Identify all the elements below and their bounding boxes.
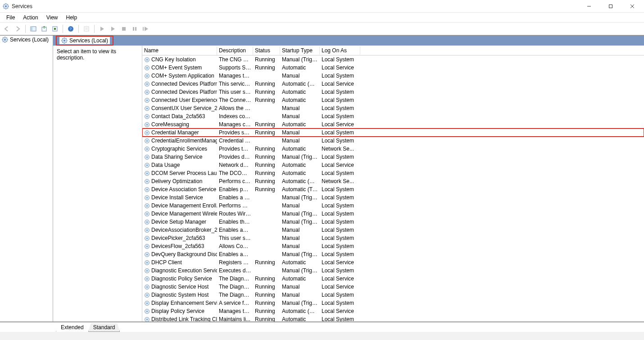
cell-startup: Automatic	[280, 121, 320, 128]
forward-button[interactable]	[13, 24, 23, 34]
tree-root-node[interactable]: Services (Local)	[0, 36, 53, 44]
service-row[interactable]: DevicesFlow_2cfa563Allows Conn...ManualL…	[142, 242, 644, 250]
service-row[interactable]: CoreMessagingManages co...RunningAutomat…	[142, 120, 644, 129]
service-icon	[144, 187, 150, 193]
menu-action[interactable]: Action	[19, 14, 41, 22]
cell-logon: Local System	[320, 138, 360, 144]
help-button[interactable]: ?	[66, 24, 76, 34]
service-name: Device Management Wireles...	[151, 211, 217, 217]
cell-status: Running	[253, 308, 280, 314]
cell-startup: Automatic	[280, 64, 320, 71]
service-row[interactable]: Connected User Experiences ...The Connec…	[142, 96, 644, 104]
start-service-button[interactable]	[97, 24, 107, 34]
service-icon	[144, 244, 150, 249]
service-row[interactable]: DCOM Server Process Launc...The DCOML...…	[142, 169, 644, 177]
service-name: Delivery Optimization	[151, 178, 202, 184]
col-status[interactable]: Status	[253, 46, 280, 55]
minimize-button[interactable]	[580, 1, 598, 12]
export-list-button[interactable]	[39, 24, 49, 34]
service-name: Device Install Service	[151, 194, 203, 201]
menu-file[interactable]: File	[3, 14, 18, 22]
cell-startup: Manual (Trigg...	[280, 56, 320, 63]
service-row[interactable]: Credential ManagerProvides sec...Running…	[142, 129, 644, 137]
cell-logon: Local Service	[320, 284, 360, 290]
maximize-button[interactable]	[602, 1, 620, 12]
back-button[interactable]	[2, 24, 12, 34]
service-row[interactable]: CredentialEnrollmentManag...Credential E…	[142, 137, 644, 145]
service-name: Diagnostic System Host	[151, 292, 209, 298]
pause-service-button[interactable]	[130, 24, 140, 34]
cell-description: The Diagnos...	[217, 292, 253, 298]
restart-service-button[interactable]	[141, 24, 150, 34]
pane-tab-services-local[interactable]: Services (Local)	[56, 36, 113, 46]
tree-pane: Services (Local)	[0, 36, 53, 322]
service-name: Device Management Enroll...	[151, 202, 217, 209]
service-row[interactable]: Data UsageNetwork dat...RunningAutomatic…	[142, 161, 644, 169]
service-icon	[144, 81, 150, 87]
cell-description: Supports Sy...	[217, 64, 253, 71]
service-row[interactable]: Diagnostic System HostThe Diagnos...Runn…	[142, 291, 644, 299]
service-row[interactable]: DHCP ClientRegisters an...RunningAutomat…	[142, 258, 644, 266]
tab-standard[interactable]: Standard	[88, 323, 120, 332]
col-logon[interactable]: Log On As	[320, 46, 360, 55]
service-row[interactable]: Device Management Wireles...Routes Wirel…	[142, 210, 644, 218]
close-button[interactable]	[623, 1, 641, 12]
service-row[interactable]: Display Enhancement ServiceA service for…	[142, 299, 644, 307]
menu-view[interactable]: View	[43, 14, 62, 22]
service-row[interactable]: Contact Data_2cfa563Indexes cont...Manua…	[142, 112, 644, 120]
service-name: Diagnostic Execution Service	[151, 267, 217, 274]
cell-description: Enables a co...	[217, 194, 253, 201]
service-name: Display Enhancement Service	[151, 300, 217, 306]
service-row[interactable]: Diagnostic Service HostThe Diagnos...Run…	[142, 283, 644, 291]
service-row[interactable]: Data Sharing ServiceProvides dat...Runni…	[142, 153, 644, 161]
services-list-wrap: Name Description Status Startup Type Log…	[142, 46, 644, 322]
service-row[interactable]: Distributed Link Tracking Cli...Maintain…	[142, 315, 644, 322]
service-row[interactable]: CNG Key IsolationThe CNG ke...RunningMan…	[142, 55, 644, 64]
service-name: DeviceAssociationBroker_2cf...	[151, 227, 217, 233]
services-list[interactable]: Name Description Status Startup Type Log…	[142, 46, 644, 322]
start-service-alt-button[interactable]	[108, 24, 118, 34]
tab-extended[interactable]: Extended	[56, 323, 89, 332]
service-row[interactable]: Diagnostic Execution ServiceExecutes dia…	[142, 266, 644, 275]
service-row[interactable]: Device Install ServiceEnables a co...Man…	[142, 193, 644, 202]
service-name: DevicesFlow_2cfa563	[151, 243, 204, 249]
service-row[interactable]: Connected Devices Platform ...This user …	[142, 88, 644, 96]
cell-status: Running	[253, 56, 280, 63]
service-row[interactable]: Connected Devices Platform ...This servi…	[142, 80, 644, 88]
menu-help[interactable]: Help	[63, 14, 81, 22]
cell-logon: Local System	[320, 170, 360, 176]
service-name: Cryptographic Services	[151, 146, 207, 152]
service-row[interactable]: Delivery OptimizationPerforms co...Runni…	[142, 177, 644, 185]
service-row[interactable]: COM+ System ApplicationManages th...Manu…	[142, 72, 644, 80]
service-row[interactable]: Device Setup ManagerEnables the ...Manua…	[142, 218, 644, 226]
stop-service-button[interactable]	[119, 24, 129, 34]
cell-startup: Manual (Trigg...	[280, 154, 320, 160]
cell-description: Enables app...	[217, 251, 253, 257]
service-row[interactable]: Display Policy ServiceManages th...Runni…	[142, 307, 644, 315]
cell-logon: Local Service	[320, 259, 360, 266]
service-name: Device Association Service	[151, 186, 216, 193]
col-name[interactable]: Name	[142, 46, 217, 55]
service-name: Diagnostic Service Host	[151, 284, 209, 290]
service-row[interactable]: DevQuery Background Disc...Enables app..…	[142, 250, 644, 258]
cell-logon: Local System	[320, 194, 360, 201]
cell-description: Routes Wirel...	[217, 211, 253, 217]
service-row[interactable]: Device Association ServiceEnables pairi.…	[142, 185, 644, 193]
properties-button[interactable]	[82, 24, 91, 34]
cell-startup: Automatic	[280, 259, 320, 266]
service-row[interactable]: COM+ Event SystemSupports Sy...RunningAu…	[142, 64, 644, 72]
service-row[interactable]: Device Management Enroll...Performs De..…	[142, 202, 644, 210]
col-description[interactable]: Description	[217, 46, 253, 55]
cell-startup: Automatic	[280, 97, 320, 103]
service-row[interactable]: ConsentUX User Service_2cf...Allows the …	[142, 104, 644, 112]
show-hide-tree-button[interactable]	[28, 24, 38, 34]
cell-description: Registers an...	[217, 259, 253, 266]
refresh-button[interactable]	[50, 24, 60, 34]
cell-description: Manages th...	[217, 308, 253, 314]
service-row[interactable]: DevicePicker_2cfa563This user ser...Manu…	[142, 234, 644, 242]
gear-icon	[61, 37, 68, 44]
service-row[interactable]: Diagnostic Policy ServiceThe Diagnos...R…	[142, 275, 644, 283]
service-row[interactable]: DeviceAssociationBroker_2cf...Enables ap…	[142, 226, 644, 234]
service-row[interactable]: Cryptographic ServicesProvides thr...Run…	[142, 145, 644, 153]
col-startup[interactable]: Startup Type	[280, 46, 320, 55]
